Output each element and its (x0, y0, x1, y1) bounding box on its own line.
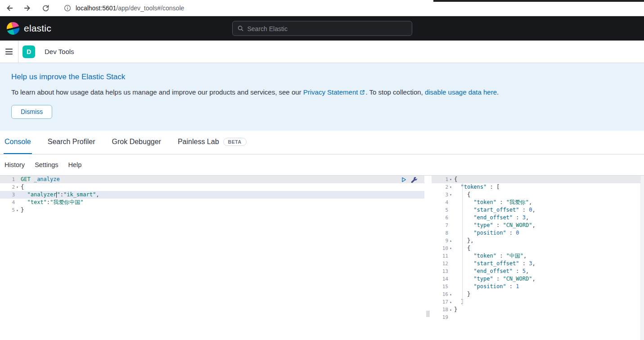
search-icon (237, 25, 244, 32)
fold-open-icon[interactable]: ▾ (15, 183, 20, 191)
code-line[interactable]: 11 "token" : "中国", (432, 252, 644, 260)
line-number: 10▾ (432, 245, 453, 252)
code-line[interactable]: 5▴} (0, 206, 424, 214)
beta-badge: BETA (223, 138, 247, 146)
line-number: 1▾ (432, 176, 453, 183)
callout-text: . (497, 88, 499, 96)
code-line[interactable]: 2▾{ (0, 183, 424, 191)
tab-grok-debugger[interactable]: Grok Debugger (111, 131, 162, 154)
screen: localhost:5601/app/dev_tools#/console (0, 0, 644, 340)
privacy-statement-link[interactable]: Privacy Statement (303, 88, 366, 96)
console-editor: 1GET _analyze2▾{3 "analyzer":"ik_smart",… (0, 176, 644, 340)
line-number: 2▾ (432, 183, 453, 191)
menu-button[interactable] (0, 41, 18, 63)
panel-resizer[interactable] (424, 176, 432, 340)
fold-close-icon[interactable]: ▴ (15, 206, 20, 214)
line-number: 5▴ (0, 206, 20, 214)
breadcrumb: Dev Tools (45, 48, 74, 55)
code-line[interactable]: 17▴ ] (432, 298, 644, 306)
back-icon[interactable] (5, 3, 14, 13)
tab-painless-lab[interactable]: Painless LabBETA (177, 131, 248, 154)
external-link-icon (360, 88, 365, 98)
line-number: 15 (432, 283, 453, 290)
dismiss-button[interactable]: Dismiss (11, 105, 52, 119)
line-number: 2▾ (0, 183, 20, 191)
search-input[interactable] (248, 25, 407, 32)
line-number: 13 (432, 267, 453, 275)
code-line[interactable]: 15 "position" : 1 (432, 283, 644, 290)
hamburger-icon (5, 49, 13, 54)
fold-close-icon[interactable]: ▴ (448, 306, 453, 313)
fold-open-icon[interactable]: ▾ (448, 245, 453, 252)
line-number: 14 (432, 275, 453, 283)
line-number: 4 (432, 199, 453, 206)
code-line[interactable]: 19 (432, 313, 644, 321)
line-number: 8 (432, 229, 453, 237)
code-line[interactable]: 8 "position" : 0 (432, 229, 644, 237)
refresh-icon[interactable] (41, 3, 50, 13)
tab-search-profiler[interactable]: Search Profiler (47, 131, 96, 154)
app-header: elastic (0, 16, 644, 41)
code-line[interactable]: 9▴ }, (432, 237, 644, 245)
fold-open-icon[interactable]: ▾ (448, 176, 453, 183)
resize-handle-icon (427, 311, 429, 317)
line-number: 19 (432, 313, 453, 321)
tab-console[interactable]: Console (4, 131, 32, 154)
console-menu: History Settings Help (0, 154, 644, 176)
code-line[interactable]: 6 "end_offset" : 3, (432, 214, 644, 222)
usage-callout: Help us improve the Elastic Stack To lea… (0, 63, 644, 131)
code-line[interactable]: 5 "start_offset" : 0, (432, 206, 644, 214)
menu-item-settings[interactable]: Settings (34, 161, 59, 168)
request-editor[interactable]: 1GET _analyze2▾{3 "analyzer":"ik_smart",… (0, 176, 424, 340)
code-line[interactable]: 2▾ "tokens" : [ (432, 183, 644, 191)
line-number: 5 (432, 206, 453, 214)
global-search[interactable] (232, 21, 412, 36)
code-line[interactable]: 3 "analyzer":"ik_smart", (0, 191, 424, 199)
address-bar[interactable]: localhost:5601/app/dev_tools#/console (64, 5, 184, 12)
callout-text: To learn about how usage data helps us m… (11, 88, 303, 96)
send-request-button[interactable] (401, 177, 407, 183)
code-line[interactable]: 4 "text":"我爱你中国" (0, 199, 424, 206)
callout-text: . To stop collection, (365, 88, 424, 96)
fold-close-icon[interactable]: ▴ (448, 298, 453, 306)
line-number: 4 (0, 199, 20, 206)
logo-wordmark: elastic (24, 23, 51, 34)
url-text: localhost:5601/app/dev_tools#/console (76, 5, 184, 12)
code-line[interactable]: 4 "token" : "我爱你", (432, 199, 644, 206)
code-line[interactable]: 7 "type" : "CN_WORD", (432, 222, 644, 229)
code-line[interactable]: 12 "start_offset" : 3, (432, 260, 644, 267)
line-number: 3 (0, 191, 20, 199)
screen-edge-artifact (433, 0, 644, 2)
code-line[interactable]: 3▾ { (432, 191, 644, 199)
forward-icon[interactable] (23, 3, 32, 13)
code-line[interactable]: 10▾ { (432, 245, 644, 252)
code-line[interactable]: 18▴} (432, 306, 644, 313)
indent-guide (462, 183, 463, 306)
menu-item-help[interactable]: Help (68, 161, 83, 168)
code-line[interactable]: 1GET _analyze (0, 176, 424, 183)
code-line[interactable]: 14 "type" : "CN_WORD", (432, 275, 644, 283)
fold-open-icon[interactable]: ▾ (448, 183, 453, 191)
response-output[interactable]: 1▾{2▾ "tokens" : [3▾ {4 "token" : "我爱你",… (432, 176, 644, 340)
fold-close-icon[interactable]: ▴ (448, 237, 453, 245)
page-info-icon[interactable] (64, 5, 71, 12)
wrench-icon[interactable] (411, 177, 417, 183)
elastic-logo-icon (6, 22, 20, 35)
code-line[interactable]: 1▾{ (432, 176, 644, 183)
fold-open-icon[interactable]: ▾ (448, 191, 453, 199)
fold-close-icon[interactable]: ▴ (448, 290, 453, 298)
line-number: 18▴ (432, 306, 453, 313)
line-number: 9▴ (432, 237, 453, 245)
line-number: 7 (432, 222, 453, 229)
code-line[interactable]: 13 "end_offset" : 5, (432, 267, 644, 275)
menu-item-history[interactable]: History (4, 161, 26, 168)
callout-body: To learn about how usage data helps us m… (11, 87, 633, 98)
code-line[interactable]: 16▴ } (432, 290, 644, 298)
disable-usage-data-link[interactable]: disable usage data here (425, 88, 497, 96)
scrollbar-track[interactable] (640, 176, 644, 340)
url-path: /app/dev_tools#/console (116, 5, 184, 12)
line-number: 11 (432, 252, 453, 260)
space-avatar[interactable]: D (23, 45, 35, 58)
elastic-logo[interactable]: elastic (6, 22, 51, 35)
line-number: 3▾ (432, 191, 453, 199)
